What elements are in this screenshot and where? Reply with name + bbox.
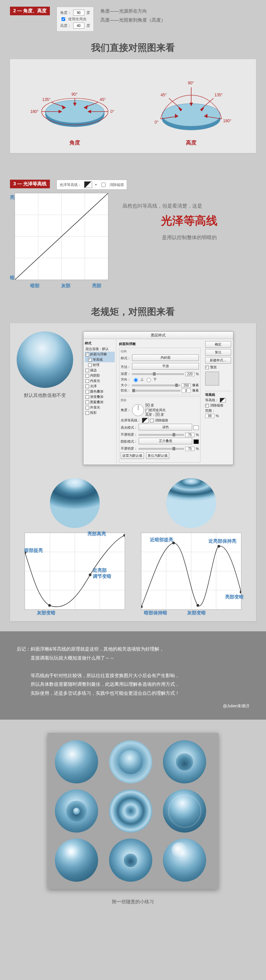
ps-list-item[interactable]: 内阴影 [85,373,115,378]
angle-input[interactable] [73,10,85,16]
default-note: 默认其他数值都不变 [17,393,73,399]
ps-ok-button[interactable]: 确定 [205,341,231,348]
ps-shcolor[interactable] [194,439,199,444]
contour-graph [14,193,108,280]
amark-135: 135° [215,93,223,97]
ps-size-input[interactable]: 250 [181,383,191,388]
dome-4 [55,789,98,832]
axis-v-bot: 暗 [10,275,14,281]
ps-angle-input[interactable]: 90 [145,403,150,407]
ps-c3-thumb[interactable] [220,398,226,402]
ps-list-item[interactable]: 图案叠加 [85,399,115,405]
ps-shmode[interactable]: 正片叠底 [139,438,192,444]
contour-t1: 虽然也叫等高线，但是看清楚，这是 [122,203,256,209]
annot-l0: 暗部提亮 [24,547,43,554]
ps-list-item[interactable]: 混合选项：默认 [85,346,115,352]
ps-method-select[interactable]: 平滑 [132,363,199,370]
ps-angle-wheel[interactable] [132,404,144,416]
angle-altitude-diagram: 0° 45° 90° 135° 180° 角度 [10,59,256,153]
ps-c3-range[interactable]: 88 [205,414,215,418]
default-sphere [17,331,73,388]
aw-l1: 后记：斜面浮雕&等高线的原理就是这些，其他的相关选项较为好理解， [17,644,249,654]
svg-point-52 [240,591,241,593]
svg-point-41 [123,534,125,537]
ps-list-item[interactable]: 颜色叠加 [85,389,115,394]
contour-thumb-icon[interactable] [84,181,92,188]
ps-soft-input[interactable]: 0 [181,388,191,393]
sphere-w-shape [166,478,216,528]
desc-altitude: 高度——光照射到角度（高度） [100,16,166,25]
curve-right: 暗部保持暗 近暗部提亮 灰部变暗 近亮部保持亮 亮部变暗 [138,478,244,610]
ps-hlmode[interactable]: 滤色 [139,424,192,430]
svg-point-48 [141,605,143,608]
gloss-contour-label: 光泽等高线： [59,182,82,187]
altitude-label: 高度： [60,23,71,28]
amark-180: 180° [223,119,231,123]
section2-desc: 角度——光源所在方向 高度——光照射到角度（高度） [100,6,166,24]
ps-list-item[interactable]: 描边 [85,368,115,373]
ps-size-slider[interactable] [132,385,180,386]
annot-r3: 近亮部保持亮 [208,538,236,544]
section2-header: 2 — 角度、高度 角度： 度 使用全局光 高度： 度 角度——光源所在方向 高… [0,0,266,35]
ps-list-item[interactable]: 投影 [85,410,115,415]
axis-h-1: 灰部 [61,283,71,289]
ps-alt-input[interactable]: 30 [155,412,160,417]
ps-list-item[interactable]: 等高线 [85,357,115,362]
global-light-checkbox[interactable] [61,17,65,21]
ps-struct-label: 结构 [121,349,199,354]
ps-hlop-slider[interactable] [139,434,184,436]
annot-l3: 亮部高亮 [87,531,106,537]
angle-disc-label: 角度 [28,140,121,146]
ps-hlcolor[interactable] [194,425,199,430]
dome-7 [55,838,98,882]
svg-point-40 [89,574,91,576]
altitude-input[interactable] [73,22,85,29]
ps-section-title: 斜面和浮雕 [119,341,200,348]
ps-set-default[interactable]: 设置为默认值 [121,452,144,459]
ps-new-button[interactable]: 新建样式… [205,357,231,364]
ps-dir-down[interactable] [147,378,151,382]
ps-dir-up[interactable] [134,378,138,382]
mark-90: 90° [72,92,77,97]
ps-contour-thumb[interactable] [142,418,149,423]
section2-title: 我们直接对照图来看 [0,35,266,59]
ps-reset-default[interactable]: 复位为默认值 [146,452,169,459]
ps-list-header: 样式 [85,340,115,346]
ps-style-select[interactable]: 内斜面 [132,354,199,361]
practice-grid [48,733,218,889]
ps-hlop-input[interactable]: 75 [185,433,194,437]
ps-list-item[interactable]: 光泽 [85,383,115,389]
antialias-label: 消除锯齿 [109,182,124,187]
ps-preview-chk[interactable]: 预览 [210,365,217,370]
annot-r0: 暗部保持暗 [144,610,167,616]
antialias-checkbox[interactable] [101,183,106,187]
amark-0: 0° [155,120,159,124]
aw-l2: 直接调着玩玩就大概知道做什么用了～～ [17,654,249,662]
axis-v-top: 亮 [10,195,14,200]
dome-2 [109,740,152,783]
ps-shop-input[interactable]: 75 [185,447,194,451]
ps-list-item[interactable]: 纹理 [85,362,115,368]
annot-r2: 灰部变暗 [187,610,206,616]
ps-list-item[interactable]: 渐变叠加 [85,394,115,399]
angle-label: 角度： [60,10,71,15]
ps-list-item[interactable]: 外发光 [85,405,115,410]
ps-list-item[interactable]: 内发光 [85,378,115,383]
altitude-disc-label: 高度 [145,140,238,146]
ps-list-item[interactable]: 斜面与浮雕 [85,352,115,357]
sphere-u-shape [50,478,100,528]
contour-emphasis: 光泽等高线 [122,213,256,229]
ps-shop-slider[interactable] [139,448,184,450]
ps-depth-input[interactable]: 220 [185,372,194,376]
section3b-title: 老规矩，对照图来看 [0,289,266,323]
dome-5 [109,789,152,832]
ps-soft-slider[interactable] [132,390,180,391]
ps-dialog-title: 图层样式 [83,332,233,339]
ps-close-button[interactable]: 复位 [205,349,231,356]
annot-r4: 亮部变暗 [225,594,244,600]
svg-point-14 [162,103,220,126]
svg-point-50 [197,604,199,607]
mark-0: 0° [111,109,114,114]
dome-8 [109,838,152,882]
ps-depth-slider[interactable] [132,373,184,375]
